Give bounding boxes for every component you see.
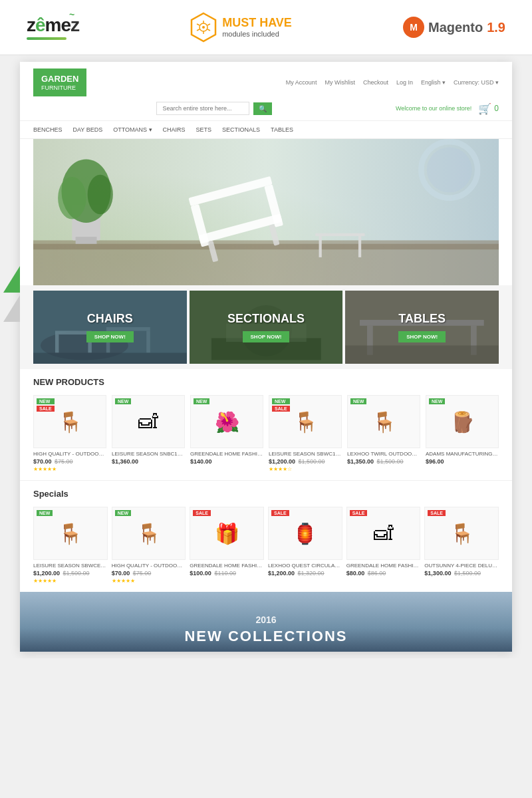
product-price-1: $70.00 $75.00: [33, 458, 106, 465]
sectionals-shop-button[interactable]: SHOP NOW!: [243, 331, 290, 342]
svg-rect-10: [33, 244, 499, 249]
special-emoji-5: 🛋: [374, 522, 394, 545]
store-top-nav: My Account My Wishlist Checkout Log In E…: [286, 79, 499, 86]
nav-currency[interactable]: Currency: USD ▾: [454, 79, 499, 86]
product-emoji-4: 🪑: [293, 410, 318, 434]
special-card-5[interactable]: SALE 🛋 GREENDALE HOME FASHIONS INDOOR...…: [346, 507, 421, 584]
tables-shop-button[interactable]: SHOP NOW!: [398, 331, 446, 342]
special-price-4: $1,200.00 $1,320.00: [268, 570, 342, 577]
product-emoji-2: 🛋: [138, 410, 158, 433]
nav-chairs[interactable]: CHAIRS: [163, 126, 186, 133]
product-name-2: LEISURE SEASON SNBC103 SUNBED ...: [112, 451, 185, 457]
product-card-3[interactable]: NEW 🌺 GREENDALE HOME FASHIONS INDOOR... …: [190, 395, 263, 472]
store-logo-line2: FURNITURE: [41, 84, 78, 92]
special-stars-2: ★★★★★: [112, 578, 186, 584]
special-card-6[interactable]: SALE 🪑 OUTSUNNY 4-PIECE DELUXE OUTDOO...…: [424, 507, 499, 584]
zemes-underline: [27, 37, 66, 40]
product-card-5[interactable]: NEW 🪑 LEXHOO TWIRL OUTDOOR WICKER PA... …: [347, 395, 420, 472]
nav-ottomans[interactable]: OTTOMANS ▾: [113, 126, 152, 133]
svg-rect-12: [76, 237, 97, 245]
zemes-logo-area: zêmez~: [27, 15, 79, 40]
must-have-badge: MUST HAVE modules included: [190, 12, 292, 43]
specials-section: Specials NEW 🪑 LEISURE SEASON SBWCE02 SW…: [20, 480, 512, 592]
product-badges-5: NEW: [350, 398, 366, 404]
special-name-1: LEISURE SEASON SBWCE02 SWING B...: [33, 563, 108, 569]
category-sectionals[interactable]: SECTIONALS SHOP NOW!: [190, 291, 343, 364]
nav-checkout[interactable]: Checkout: [363, 79, 388, 86]
new-products-section: NEW PRODUCTS NEW SALE 🪑 HIGH QUALITY - O…: [20, 369, 512, 480]
store-top-bar: GARDEN FURNITURE My Account My Wishlist …: [33, 68, 499, 96]
special-card-3[interactable]: SALE 🎁 GREENDALE HOME FASHIONS 20-INC...…: [190, 507, 264, 584]
search-input[interactable]: [156, 102, 249, 115]
special-image-1: NEW 🪑: [33, 507, 108, 560]
store-logo: GARDEN FURNITURE: [33, 68, 86, 96]
category-tables[interactable]: TABLES SHOP NOW!: [345, 291, 499, 364]
nav-tables[interactable]: TABLES: [271, 126, 293, 133]
top-banner: zêmez~ MUST HAVE modules included M Mage…: [0, 0, 532, 55]
product-card-4[interactable]: NEW SALE 🪑 LEISURE SEASON SBWC102 SWING …: [269, 395, 342, 472]
cart-icon: 🛒: [478, 102, 491, 115]
product-image-5: NEW 🪑: [347, 395, 420, 448]
special-card-4[interactable]: SALE 🏮 LEXHOO QUEST CIRCULAR OUTDOOR ...…: [268, 507, 342, 584]
nav-language[interactable]: English ▾: [421, 79, 446, 86]
product-card-6[interactable]: NEW 🪵 ADAMS MANUFACTURING B500-10-37... …: [426, 395, 499, 472]
special-card-2[interactable]: NEW 🪑 HIGH QUALITY - OUTDOOR - ONE S... …: [112, 507, 186, 584]
chairs-shop-button[interactable]: SHOP NOW!: [86, 331, 134, 342]
product-badges-6: NEW: [429, 398, 445, 404]
special-name-4: LEXHOO QUEST CIRCULAR OUTDOOR ...: [268, 563, 342, 569]
tables-overlay: TABLES SHOP NOW!: [345, 291, 499, 364]
special-badges-5: SALE: [350, 510, 368, 516]
sbadge-sale-3: SALE: [193, 510, 211, 516]
left-decoration: [3, 266, 20, 322]
product-image-4: NEW SALE 🪑: [269, 395, 342, 448]
hero-illustration: [33, 139, 499, 285]
special-price-1: $1,200.00 $1,500.00: [33, 570, 108, 577]
svg-point-26: [427, 148, 472, 193]
chairs-overlay: CHAIRS SHOP NOW!: [33, 291, 187, 364]
special-badges-3: SALE: [193, 510, 211, 516]
category-chairs[interactable]: CHAIRS SHOP NOW!: [33, 291, 187, 364]
special-card-1[interactable]: NEW 🪑 LEISURE SEASON SBWCE02 SWING B... …: [33, 507, 108, 584]
nav-log-in[interactable]: Log In: [396, 79, 413, 86]
nav-sectionals[interactable]: SECTIONALS: [222, 126, 260, 133]
nav-benches[interactable]: BENCHES: [33, 126, 63, 133]
special-name-5: GREENDALE HOME FASHIONS INDOOR...: [346, 563, 421, 569]
special-name-2: HIGH QUALITY - OUTDOOR - ONE S...: [112, 563, 186, 569]
special-name-3: GREENDALE HOME FASHIONS 20-INC...: [190, 563, 264, 569]
search-area: 🔍: [156, 102, 272, 115]
sectionals-label: SECTIONALS: [227, 312, 305, 326]
magento-label: Magento: [428, 20, 483, 35]
search-button[interactable]: 🔍: [253, 102, 272, 115]
product-name-4: LEISURE SEASON SBWC102 SWING B...: [269, 451, 342, 457]
new-products-title: NEW PRODUCTS: [20, 369, 512, 392]
product-card-2[interactable]: NEW 🛋 LEISURE SEASON SNBC103 SUNBED ... …: [112, 395, 185, 472]
nav-sets[interactable]: SETS: [196, 126, 212, 133]
special-badges-1: NEW: [37, 510, 53, 516]
nav-day-beds[interactable]: DAY BEDS: [73, 126, 103, 133]
product-card-1[interactable]: NEW SALE 🪑 HIGH QUALITY - OUTDOOR - ONE …: [33, 395, 106, 472]
sbadge-sale-4: SALE: [271, 510, 289, 516]
hex-icon: [190, 12, 217, 43]
must-have-subtitle: modules included: [222, 30, 292, 39]
product-price-6: $96.00: [426, 458, 499, 465]
nav-my-account[interactable]: My Account: [286, 79, 317, 86]
green-triangle: [3, 266, 20, 293]
product-name-3: GREENDALE HOME FASHIONS INDOOR...: [190, 451, 263, 457]
svg-rect-16: [188, 176, 272, 206]
svg-point-2: [202, 26, 205, 29]
special-emoji-6: 🪑: [450, 522, 474, 545]
special-image-3: SALE 🎁: [190, 507, 264, 560]
nav-my-wishlist[interactable]: My Wishlist: [325, 79, 355, 86]
special-price-5: $80.00 $86.00: [346, 570, 421, 577]
badge-new-2: NEW: [115, 398, 131, 404]
magento-version: 1.9: [487, 20, 505, 35]
svg-point-14: [58, 177, 86, 219]
svg-rect-23: [319, 236, 322, 257]
product-badges-1: NEW SALE: [37, 398, 55, 412]
collections-title: NEW COLLECTIONS: [184, 628, 347, 645]
cart-area[interactable]: 🛒 0: [478, 102, 499, 115]
product-badges-4: NEW SALE: [272, 398, 290, 412]
store-preview: GARDEN FURNITURE My Account My Wishlist …: [20, 62, 512, 652]
svg-line-5: [207, 29, 210, 31]
product-price-3: $140.00: [190, 458, 263, 465]
